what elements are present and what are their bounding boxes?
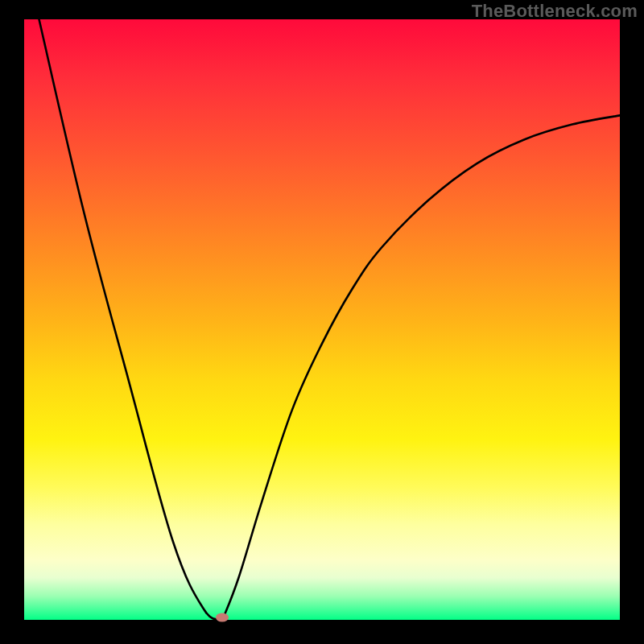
- plot-area: [24, 19, 620, 620]
- bottleneck-curve: [24, 19, 620, 620]
- chart-frame: TheBottleneck.com: [0, 0, 644, 644]
- minimum-marker: [216, 613, 229, 622]
- curve-left-branch: [39, 19, 223, 620]
- curve-right-branch: [222, 115, 620, 620]
